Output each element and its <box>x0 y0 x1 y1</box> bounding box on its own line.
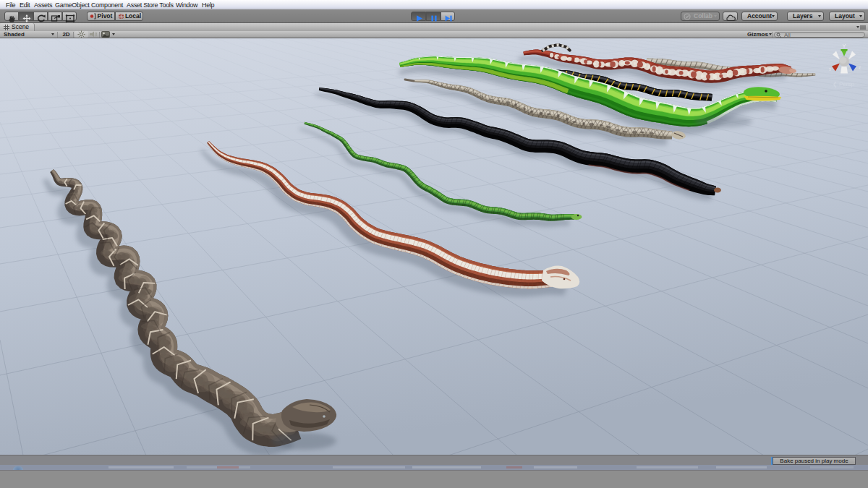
svg-text:❮ Persp: ❮ Persp <box>833 81 854 87</box>
svg-text:z: z <box>859 65 861 70</box>
svg-text:Y: Y <box>842 43 846 49</box>
